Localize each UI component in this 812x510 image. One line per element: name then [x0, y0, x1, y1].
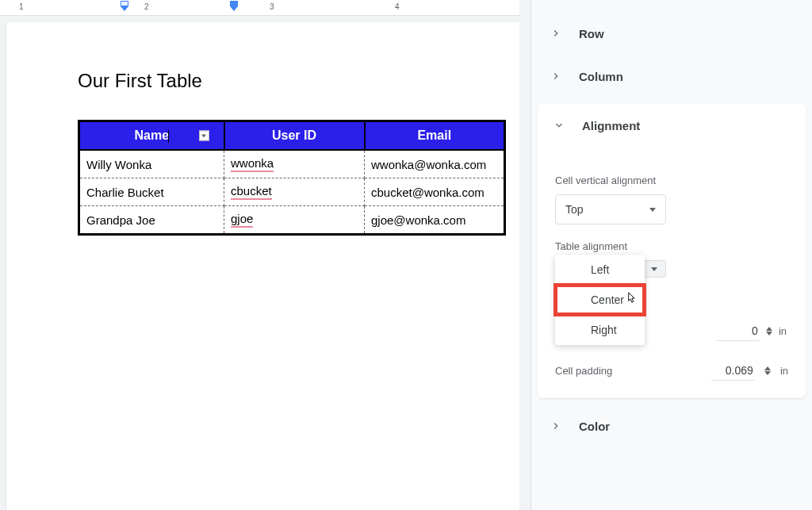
table-header-row[interactable]: Name User ID Email — [79, 121, 505, 151]
text-cursor — [168, 130, 169, 143]
cell-name[interactable]: Grandpa Joe — [79, 206, 224, 235]
table-header-userid[interactable]: User ID — [224, 121, 365, 151]
column-section-title: Column — [579, 70, 623, 83]
ruler-mark: 2 — [144, 2, 149, 11]
horizontal-ruler[interactable]: 1 2 3 4 — [0, 0, 530, 16]
table-alignment-label: Table alignment — [555, 240, 788, 252]
table-header-name[interactable]: Name — [79, 121, 224, 151]
color-section[interactable]: Color — [531, 405, 812, 447]
alignment-section-header[interactable]: Alignment — [538, 104, 806, 147]
cell-email[interactable]: cbucket@wonka.com — [365, 178, 505, 206]
chevron-right-icon — [549, 419, 563, 433]
cell-email[interactable]: gjoe@wonka.com — [365, 206, 505, 235]
stepper-up-icon[interactable] — [764, 366, 771, 370]
chevron-right-icon — [549, 26, 563, 40]
left-indent-stepper[interactable] — [766, 327, 772, 336]
right-indent-marker-handle[interactable] — [230, 6, 238, 11]
ruler-mark: 1 — [19, 2, 24, 11]
table-properties-sidebar: Row Column Alignment Cell vertical align… — [530, 0, 812, 510]
stepper-down-icon[interactable] — [764, 371, 771, 375]
table-row[interactable]: Charlie Bucket cbucket cbucket@wonka.com — [79, 178, 505, 206]
table-row[interactable]: Willy Wonka wwonka wwonka@wonka.com — [79, 150, 505, 178]
document-page[interactable]: Our First Table Name User ID Email Willy… — [6, 22, 530, 510]
cell-userid[interactable]: cbucket — [224, 178, 365, 206]
row-section[interactable]: Row — [531, 12, 812, 55]
left-indent-unit: in — [779, 325, 787, 337]
right-indent-marker[interactable] — [230, 1, 238, 6]
alignment-option-right[interactable]: Right — [555, 315, 645, 345]
pointer-cursor-icon — [625, 292, 637, 308]
column-menu-handle[interactable] — [199, 131, 209, 141]
document-editor: 1 2 3 4 Our First Table Name User ID Ema… — [0, 0, 530, 510]
cell-padding-input[interactable]: 0.069 — [711, 361, 755, 381]
document-heading[interactable]: Our First Table — [78, 70, 506, 92]
cell-name[interactable]: Charlie Bucket — [79, 178, 224, 206]
color-section-title: Color — [579, 420, 610, 433]
left-indent-input[interactable]: 0 — [716, 321, 760, 341]
ruler-mark: 3 — [270, 2, 274, 11]
table-header-email[interactable]: Email — [365, 121, 505, 151]
left-indent-marker[interactable] — [121, 6, 128, 11]
vertical-alignment-label: Cell vertical alignment — [555, 174, 788, 186]
alignment-option-left[interactable]: Left — [555, 255, 645, 285]
document-table[interactable]: Name User ID Email Willy Wonka wwonka ww… — [78, 120, 506, 236]
cell-padding-unit: in — [780, 365, 788, 377]
cell-userid[interactable]: gjoe — [224, 206, 365, 235]
cell-email[interactable]: wwonka@wonka.com — [365, 150, 505, 178]
dropdown-caret-icon — [649, 208, 656, 212]
cell-padding-label: Cell padding — [555, 365, 702, 377]
cell-padding-stepper[interactable] — [764, 366, 771, 375]
cell-name[interactable]: Willy Wonka — [79, 150, 224, 178]
dropdown-caret-icon — [651, 267, 657, 271]
ruler-mark: 4 — [395, 2, 400, 11]
alignment-option-center[interactable]: Center — [555, 285, 645, 315]
chevron-right-icon — [549, 69, 563, 83]
stepper-up-icon[interactable] — [766, 327, 772, 331]
vertical-alignment-dropdown[interactable]: Top — [555, 194, 666, 224]
table-row[interactable]: Grandpa Joe gjoe gjoe@wonka.com — [79, 206, 505, 235]
table-alignment-dropdown[interactable]: Left Center Right — [555, 260, 666, 278]
chevron-down-icon — [552, 118, 566, 132]
cell-userid[interactable]: wwonka — [224, 150, 365, 178]
alignment-section-title: Alignment — [582, 119, 640, 132]
column-section[interactable]: Column — [531, 55, 812, 98]
first-line-indent-marker[interactable] — [121, 1, 128, 6]
row-section-title: Row — [579, 27, 604, 40]
alignment-section: Alignment Cell vertical alignment Top Ta… — [538, 104, 806, 398]
table-alignment-menu: Left Center Right — [555, 255, 645, 345]
vertical-scrollbar[interactable] — [519, 0, 530, 510]
stepper-down-icon[interactable] — [766, 332, 772, 336]
vertical-alignment-value: Top — [565, 203, 584, 216]
